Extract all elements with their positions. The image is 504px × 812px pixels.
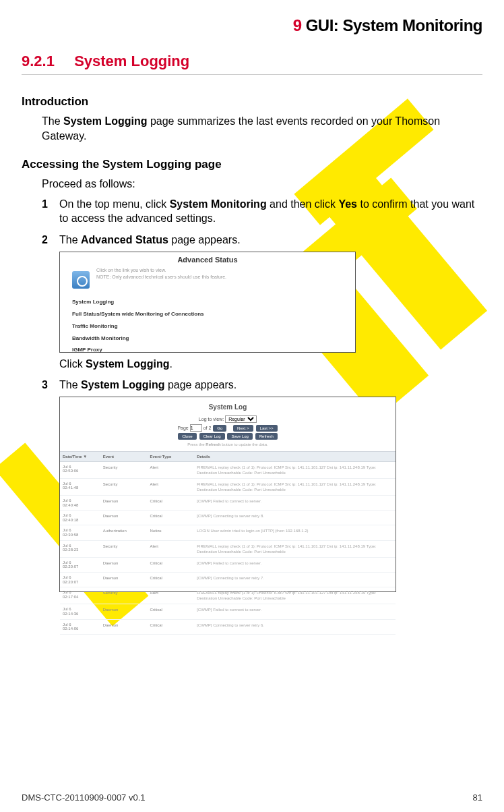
footer-doc-id: DMS-CTC-20110909-0007 v0.1 [22,792,146,803]
link-igmp-proxy: IGMP Proxy [72,347,355,354]
table-row: Jul 6 02:30:58AuthorizationNoticeLOGIN U… [60,525,396,540]
info-icon [72,271,90,289]
table-row: Jul 6 02:17:04SecurityAlertFIREWALL repl… [60,587,396,604]
clear-log-button: Clear Log [199,433,225,440]
section-heading: 9.2.1 System Logging [22,53,482,75]
chapter-title: GUI: System Monitoring [306,16,482,34]
step-3: 3 The System Logging page appears. Syste… [42,378,482,592]
col-details: Details [194,451,396,461]
step-2: 2 The Advanced Status page appears. Adva… [42,233,482,371]
table-row: Jul 6 02:53:06SecurityAlertFIREWALL repl… [60,461,396,478]
section-number: 9.2.1 [22,53,70,70]
shot1-links: System Logging Full Status/System wide M… [72,299,355,354]
save-log-button: Save Log [227,433,252,440]
chapter-header: 9 GUI: System Monitoring [22,16,482,35]
shot2-title: System Log [60,397,396,415]
link-system-logging: System Logging [72,299,355,306]
table-row: Jul 6 02:41:48SecurityAlertFIREWALL repl… [60,478,396,495]
table-row: Jul 6 02:40:48DaemonCritical[CWMP] Faile… [60,496,396,511]
col-event-type: Event-Type [147,451,194,461]
last-button: Last >> [256,425,278,432]
shot1-note-a: Click on the link you wish to view. [96,267,355,273]
intro-head: Introduction [22,95,482,109]
shot2-controls: Log to view: Regular Page of 2 Go Next >… [60,415,396,440]
col-datetime: Date/Time ▼ [60,451,100,461]
page-input [190,424,202,432]
access-head: Accessing the System Logging page [22,158,482,171]
shot1-note-b: NOTE: Only advanced technical users shou… [96,274,355,280]
chapter-number: 9 [293,16,302,34]
link-traffic-monitoring: Traffic Monitoring [72,323,355,330]
page-footer: DMS-CTC-20110909-0007 v0.1 81 [22,792,482,803]
intro-paragraph: The System Logging page summarizes the l… [42,114,482,143]
table-row: Jul 6 02:14:36DaemonCritical[CWMP] Faile… [60,604,396,619]
log-view-select: Regular [225,415,257,423]
access-lead: Proceed as follows: [42,177,482,192]
table-row: Jul 6 02:40:18DaemonCritical[CWMP] Conne… [60,511,396,525]
shot1-title: Advanced Status [60,252,355,268]
table-row: Jul 6 02:28:23SecurityAlertFIREWALL repl… [60,540,396,557]
table-row: Jul 6 02:14:06DaemonCritical[CWMP] Conne… [60,619,396,634]
table-row: Jul 6 02:20:07DaemonCritical[CWMP] Faile… [60,557,396,572]
link-bandwidth-monitoring: Bandwidth Monitoring [72,335,355,343]
footer-page-number: 81 [473,792,482,803]
section-title: System Logging [74,53,189,69]
step-1: 1 On the top menu, click System Monitori… [42,197,482,226]
table-row: Jul 6 02:20:07DaemonCritical[CWMP] Conne… [60,572,396,587]
refresh-button: Refresh [255,433,278,440]
log-table: Date/Time ▼ Event Event-Type Details Jul… [60,451,396,635]
system-log-screenshot: System Log Log to view: Regular Page of … [59,397,396,592]
col-event: Event [100,451,148,461]
shot2-hint: Press the Refresh button to update the d… [60,442,396,447]
close-button: Close [178,433,196,440]
link-full-status: Full Status/System wide Monitoring of Co… [72,311,355,318]
step-2-click: Click System Logging. [59,357,482,372]
advanced-status-screenshot: Advanced Status Click on the link you wi… [59,252,356,353]
go-button: Go [213,425,226,432]
steps-list: 1 On the top menu, click System Monitori… [42,197,482,592]
next-button: Next > [233,425,253,432]
